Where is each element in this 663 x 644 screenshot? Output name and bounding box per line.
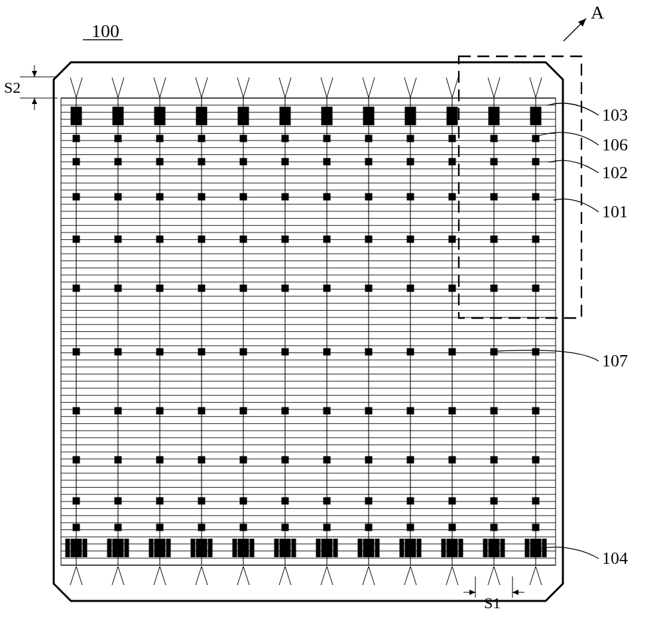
pad (240, 135, 247, 142)
pad (73, 407, 80, 415)
label-detail-A: A (591, 2, 605, 23)
pad (73, 285, 80, 292)
pad (115, 407, 122, 415)
pad (282, 193, 289, 201)
pad (333, 539, 338, 557)
pad (489, 539, 500, 557)
label-r104: 104 (602, 549, 628, 568)
pad (532, 524, 540, 531)
pad (449, 193, 456, 201)
pad (115, 193, 122, 201)
pad (66, 539, 70, 557)
pad (113, 539, 124, 557)
label-r103: 103 (602, 105, 628, 125)
pad (282, 158, 289, 166)
probe-mark-bot (363, 566, 375, 585)
probe-mark-bot (530, 566, 542, 585)
probe-mark-top (279, 78, 291, 97)
pad (407, 456, 414, 464)
pad (196, 539, 208, 557)
pad (324, 135, 331, 142)
pad (156, 285, 164, 292)
pad (365, 456, 373, 464)
pad (282, 407, 289, 415)
pad (365, 193, 373, 201)
pad (449, 498, 456, 505)
pad (73, 236, 80, 243)
pad (238, 539, 249, 557)
pad (115, 285, 122, 292)
pad (156, 193, 164, 201)
pad (240, 158, 247, 166)
pad (532, 498, 540, 505)
pad (363, 107, 375, 125)
pad (282, 285, 289, 292)
pad (208, 539, 213, 557)
pad (449, 285, 456, 292)
pad (240, 349, 247, 356)
pad (363, 539, 375, 557)
s1-ah-l (469, 590, 475, 595)
probe-mark-bot (196, 566, 208, 585)
pad (407, 193, 414, 201)
probe-mark-top (70, 78, 82, 97)
callout-r102 (549, 160, 599, 173)
pad (491, 236, 498, 243)
pad (282, 498, 289, 505)
pad (324, 349, 331, 356)
pad (447, 107, 458, 125)
pad (365, 349, 373, 356)
pad (198, 456, 206, 464)
pad (282, 135, 289, 142)
pad (166, 539, 171, 557)
probe-mark-top (488, 78, 500, 97)
s1-ah-r (512, 590, 518, 595)
pad (322, 107, 333, 125)
pad (525, 539, 530, 557)
pad (280, 107, 291, 125)
pad (198, 193, 206, 201)
pad (198, 349, 206, 356)
pad (198, 524, 206, 531)
pad (73, 524, 80, 531)
pad (198, 498, 206, 505)
pad (407, 158, 414, 166)
pad (491, 524, 498, 531)
pad (83, 539, 88, 557)
probe-mark-bot (70, 566, 82, 585)
pad (324, 285, 331, 292)
pad (449, 524, 456, 531)
pad (449, 158, 456, 166)
pad (274, 539, 279, 557)
pad (282, 349, 289, 356)
pad (115, 135, 122, 142)
pad (491, 349, 498, 356)
probe-mark-bot (154, 566, 166, 585)
pad (407, 236, 414, 243)
probe-mark-top (237, 78, 249, 97)
pad (407, 135, 414, 142)
pad (198, 135, 206, 142)
pad (73, 498, 80, 505)
pad (532, 456, 540, 464)
pad (407, 285, 414, 292)
callout-r107 (497, 350, 599, 361)
probe-mark-top (363, 78, 375, 97)
pad (449, 135, 456, 142)
pad (240, 407, 247, 415)
pad (115, 524, 122, 531)
pad (125, 539, 129, 557)
pad (156, 407, 164, 415)
pad (156, 236, 164, 243)
probe-mark-top (446, 78, 458, 97)
pad (73, 349, 80, 356)
pad (115, 456, 122, 464)
pad (154, 107, 166, 125)
label-title: 100 (91, 21, 119, 41)
pad (233, 539, 237, 557)
pad (156, 456, 164, 464)
pad (491, 135, 498, 142)
pad (365, 407, 373, 415)
probe-mark-bot (237, 566, 249, 585)
pad (282, 236, 289, 243)
